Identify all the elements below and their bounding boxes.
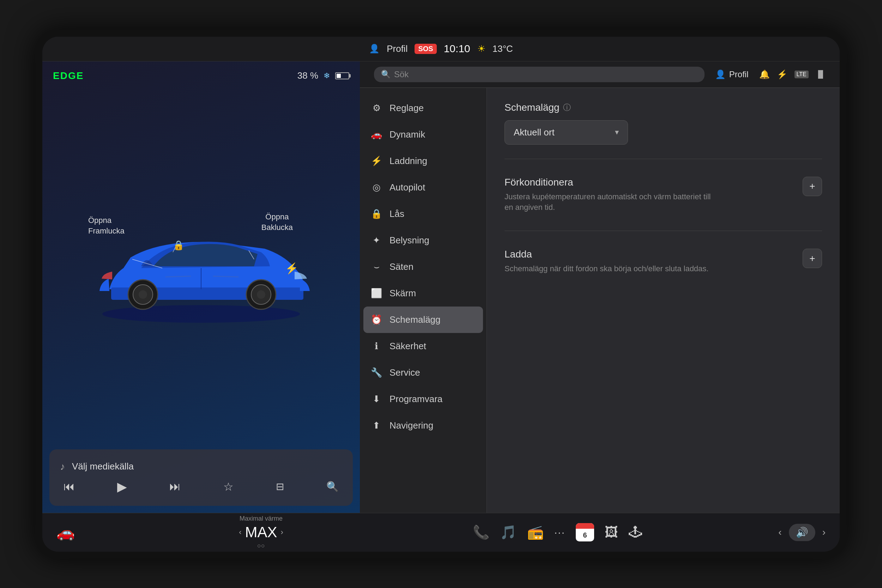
lte-badge: LTE: [795, 70, 808, 78]
left-panel-top: EDGE 38 % ❄: [42, 62, 360, 90]
settings-content: Schemalägg ⓘ Aktuell ort ▾: [487, 88, 840, 513]
radio-app-icon[interactable]: 📻: [527, 525, 544, 540]
framlucka-label: Öppna Framlucka: [88, 215, 124, 237]
phone-app-icon[interactable]: 📞: [473, 525, 489, 540]
media-bar: ♪ Välj mediekälla ⏮ ▶ ⏭ ☆ ⊟ 🔍: [50, 449, 353, 506]
left-panel: EDGE 38 % ❄ Öppna Framlucka: [42, 62, 360, 513]
laddning-icon: ⚡: [370, 156, 382, 166]
precondition-desc: Justera kupétemperaturen automatiskt och…: [504, 192, 716, 213]
music-app-icon[interactable]: 🎵: [500, 525, 516, 540]
nav-item-dynamik[interactable]: 🚗 Dynamik: [360, 122, 486, 148]
battery-percent: 38 %: [297, 70, 318, 81]
header-profile[interactable]: 👤 Profil: [715, 69, 748, 80]
volume-indicator[interactable]: 🔊: [789, 524, 815, 541]
svg-point-0: [102, 305, 300, 323]
divider-1: [504, 159, 822, 159]
battery-row: 38 % ❄: [297, 70, 349, 81]
info-icon[interactable]: ⓘ: [563, 102, 571, 113]
nav-item-schemalagg[interactable]: ⏰ Schemalägg: [363, 306, 483, 333]
joystick-app-icon[interactable]: 🕹: [629, 525, 642, 540]
screen: 👤 Profil SOS 10:10 ☀ 13°C EDGE 38 % ❄: [42, 37, 840, 552]
car-taskbar-icon[interactable]: 🚗: [57, 524, 75, 541]
gallery-app-icon[interactable]: 🖼: [605, 525, 618, 540]
nav-item-programvara[interactable]: ⬇ Programvara: [360, 386, 486, 412]
programvara-icon: ⬇: [370, 394, 382, 405]
settings-header: 🔍 Sök 👤 Profil 🔔 ⚡ LTE ▐▌: [360, 62, 840, 88]
profile-icon-top: 👤: [369, 44, 380, 54]
taskbar-right: ‹ 🔊 ›: [755, 524, 825, 541]
nav-item-service[interactable]: 🔧 Service: [360, 359, 486, 386]
nav-item-saten[interactable]: ⌣ Säten: [360, 254, 486, 280]
heat-value-row: ‹ MAX ›: [239, 524, 283, 541]
battery-fill: [337, 74, 341, 78]
svg-point-4: [139, 290, 147, 299]
volume-icon: 🔊: [796, 526, 808, 538]
nav-item-reglage[interactable]: ⚙ Reglage: [360, 95, 486, 122]
precondition-add-button[interactable]: +: [802, 177, 822, 196]
status-bar: 👤 Profil SOS 10:10 ☀ 13°C: [42, 37, 840, 62]
status-center: 👤 Profil SOS 10:10 ☀ 13°C: [313, 43, 569, 55]
header-profile-label: Profil: [729, 69, 748, 80]
nav-item-las[interactable]: 🔒 Lås: [360, 201, 486, 227]
next-button[interactable]: ⏭: [170, 480, 181, 493]
nav-right-button[interactable]: ›: [822, 526, 825, 538]
taskbar-apps: 📞 🎵 📻 ··· 6 🖼 🕹: [360, 523, 755, 542]
media-title-row: ♪ Välj mediekälla: [60, 461, 342, 472]
navigering-icon: ⬆: [370, 420, 382, 431]
nav-item-belysning[interactable]: ✦ Belysning: [360, 227, 486, 254]
nav-label-navigering: Navigering: [390, 420, 433, 431]
device-frame: 👤 Profil SOS 10:10 ☀ 13°C EDGE 38 % ❄: [35, 30, 847, 559]
sun-icon: ☀: [477, 44, 486, 54]
right-panel: 🔍 Sök 👤 Profil 🔔 ⚡ LTE ▐▌: [360, 62, 840, 513]
main-content: EDGE 38 % ❄ Öppna Framlucka: [42, 62, 840, 513]
saten-icon: ⌣: [370, 261, 382, 272]
prev-button[interactable]: ⏮: [63, 480, 75, 493]
charge-desc: Schemalägg när ditt fordon ska börja och…: [504, 264, 716, 274]
dropdown-arrow-icon: ▾: [615, 128, 619, 137]
search-button[interactable]: 🔍: [326, 481, 339, 492]
location-dropdown[interactable]: Aktuell ort ▾: [504, 120, 628, 145]
profile-label-top: Profil: [387, 44, 408, 54]
nav-label-skarm: Skärm: [390, 288, 416, 299]
sakerhet-icon: ℹ: [370, 341, 382, 352]
more-apps-icon[interactable]: ···: [554, 526, 565, 538]
nav-item-navigering[interactable]: ⬆ Navigering: [360, 412, 486, 439]
play-button[interactable]: ▶: [117, 479, 127, 494]
search-bar[interactable]: 🔍 Sök: [374, 67, 705, 82]
nav-left-button[interactable]: ‹: [778, 526, 782, 538]
las-icon: 🔒: [370, 208, 382, 219]
charge-row: Ladda Schemalägg när ditt fordon ska bör…: [504, 242, 822, 282]
search-icon: 🔍: [381, 70, 390, 79]
nav-item-skarm[interactable]: ⬜ Skärm: [360, 280, 486, 306]
dynamik-icon: 🚗: [370, 129, 382, 140]
section-header-row: Schemalägg ⓘ: [504, 102, 822, 113]
charge-add-button[interactable]: +: [802, 249, 822, 268]
time-display: 10:10: [444, 43, 470, 55]
heat-next-button[interactable]: ›: [281, 528, 283, 537]
nav-label-laddning: Laddning: [390, 156, 427, 166]
schedule-title: Schemalägg: [504, 102, 560, 113]
settings-nav: ⚙ Reglage 🚗 Dynamik ⚡ Laddning ◎: [360, 88, 487, 513]
sos-badge[interactable]: SOS: [414, 44, 436, 54]
radio-app-wrapper: 📻: [527, 525, 544, 540]
svg-line-10: [213, 276, 238, 277]
equalizer-button[interactable]: ⊟: [276, 481, 284, 492]
precondition-text: Förkonditionera Justera kupétemperaturen…: [504, 177, 796, 213]
heat-section: Maximal värme ‹ MAX › ○○: [162, 515, 360, 549]
heat-prev-button[interactable]: ‹: [239, 528, 242, 537]
bluetooth-icon[interactable]: ⚡: [777, 69, 788, 80]
bell-icon[interactable]: 🔔: [759, 69, 770, 80]
favorite-button[interactable]: ☆: [224, 480, 234, 494]
nav-item-autopilot[interactable]: ◎ Autopilot: [360, 174, 486, 201]
calendar-app-icon[interactable]: 6: [576, 523, 594, 542]
media-controls[interactable]: ⏮ ▶ ⏭ ☆ ⊟ 🔍: [60, 479, 342, 494]
heat-mode-icons: ○○: [257, 542, 265, 549]
nav-item-sakerhet[interactable]: ℹ Säkerhet: [360, 333, 486, 359]
charge-title: Ladda: [504, 249, 796, 260]
music-note-icon: ♪: [60, 461, 65, 472]
header-icons: 🔔 ⚡ LTE ▐▌: [759, 69, 826, 80]
nav-item-laddning[interactable]: ⚡ Laddning: [360, 148, 486, 174]
precondition-title: Förkonditionera: [504, 177, 796, 188]
profile-avatar-icon: 👤: [715, 69, 726, 80]
search-placeholder: Sök: [394, 69, 408, 80]
